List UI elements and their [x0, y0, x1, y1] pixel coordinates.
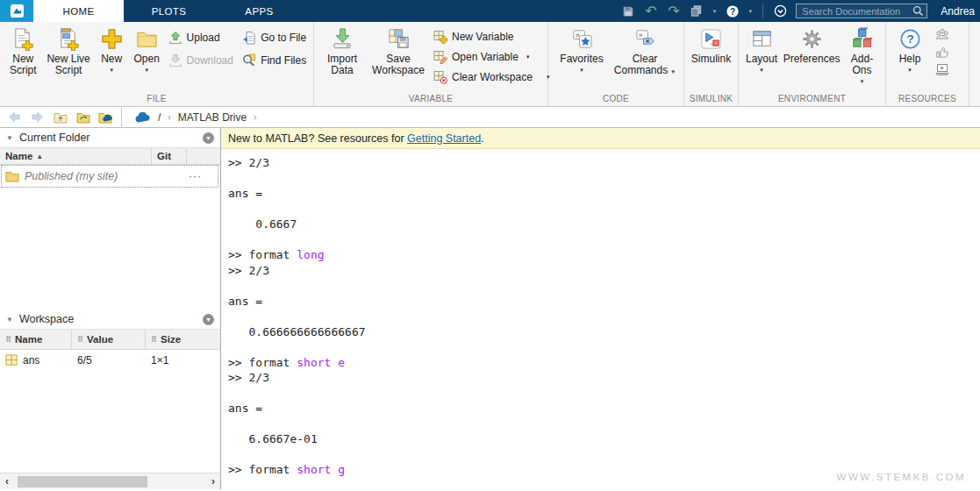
ribbon-section-code: » Favorites ▼ » Clear Commands▼ CODE — [548, 22, 684, 106]
download-button[interactable]: Download — [168, 53, 238, 68]
folder-row-published[interactable]: Published (my site) ··· — [2, 166, 218, 187]
workspace-panel: ▼ Workspace ▼ ⠿ Name ⠿ Value ⠿ Size — [0, 310, 220, 473]
scroll-right-icon[interactable]: › — [206, 475, 220, 487]
chevron-down-icon[interactable]: ▼ — [712, 9, 717, 14]
drag-handle-icon[interactable]: ⠿ — [5, 335, 11, 344]
save-icon[interactable] — [620, 4, 635, 18]
clear-workspace-icon — [433, 70, 447, 84]
favorites-button[interactable]: » Favorites ▼ — [553, 24, 611, 74]
community-icon[interactable] — [935, 27, 949, 41]
column-header-value[interactable]: ⠿ Value — [72, 330, 146, 349]
new-live-script-button[interactable]: New Live Script — [43, 24, 95, 76]
panel-menu-icon[interactable]: ▼ — [203, 132, 214, 144]
column-header-blank[interactable] — [187, 148, 220, 164]
current-folder-header: ▼ Current Folder ▼ — [0, 128, 220, 148]
forward-icon[interactable] — [30, 110, 45, 125]
save-workspace-button[interactable]: Save Workspace — [367, 24, 430, 76]
console-line — [228, 171, 973, 187]
scrollbar-track[interactable] — [14, 473, 206, 489]
drag-handle-icon[interactable]: ⠿ — [77, 335, 83, 344]
window-layers-icon[interactable] — [689, 4, 704, 18]
add-ons-button[interactable]: Add-Ons ▼ — [842, 24, 882, 85]
chevron-down-icon: ▼ — [579, 67, 584, 74]
help-circle-icon[interactable]: ? — [725, 4, 740, 18]
new-script-button[interactable]: New Script — [4, 24, 43, 76]
folder-refresh-icon[interactable] — [75, 110, 90, 125]
simulink-button[interactable]: Simulink — [688, 24, 734, 65]
thumbs-up-icon[interactable] — [935, 45, 949, 59]
breadcrumb-item-matlab-drive[interactable]: MATLAB Drive — [178, 111, 247, 124]
variable-icon — [5, 354, 18, 366]
collapse-icon[interactable]: ▼ — [6, 316, 13, 324]
scrollbar-thumb[interactable] — [18, 476, 147, 487]
user-account[interactable]: Andrea — [935, 5, 976, 18]
collapse-icon[interactable]: ▼ — [6, 134, 13, 142]
section-label-simulink: SIMULINK — [684, 93, 738, 106]
ribbon-section-file: New Script New Live Script New ▼ — [0, 22, 314, 106]
clear-workspace-button[interactable]: Clear Workspace ▼ — [433, 69, 542, 84]
chevron-right-icon: › — [168, 112, 170, 122]
workspace-header: ▼ Workspace ▼ — [0, 310, 220, 330]
console-output[interactable]: >> 2/3 ans = 0.6667 >> format long>> 2/3… — [221, 149, 980, 484]
ribbon-section-resources: ? Help ▼ RESOURCES — [886, 22, 969, 106]
clear-commands-button[interactable]: » Clear Commands▼ — [611, 24, 679, 78]
scroll-left-icon[interactable]: ‹ — [0, 475, 14, 487]
open-variable-button[interactable]: Open Variable ▼ — [433, 49, 542, 64]
breadcrumb-root[interactable]: / — [158, 111, 161, 124]
new-live-script-icon — [57, 26, 81, 52]
row-menu-icon[interactable]: ··· — [189, 170, 214, 182]
new-button[interactable]: New ▼ — [95, 24, 129, 74]
folder-up-icon[interactable] — [53, 110, 68, 125]
drag-handle-icon[interactable]: ⠿ — [151, 335, 157, 344]
tab-plots[interactable]: PLOTS — [124, 0, 214, 22]
folder-cloud-icon[interactable] — [98, 110, 113, 125]
workspace-body[interactable]: ans 6/5 1×1 — [0, 350, 220, 473]
learn-matlab-icon[interactable] — [935, 62, 949, 76]
column-header-name[interactable]: Name ▲ — [0, 148, 152, 164]
open-button[interactable]: Open ▼ — [129, 24, 165, 74]
clear-commands-icon: » — [633, 26, 657, 52]
find-files-button[interactable]: Find Files — [242, 53, 308, 68]
svg-text:?: ? — [906, 32, 913, 46]
tab-apps[interactable]: APPS — [214, 0, 304, 22]
help-button[interactable]: ? Help ▼ — [890, 24, 930, 74]
column-header-name[interactable]: ⠿ Name — [0, 330, 72, 349]
column-header-git[interactable]: Git — [152, 148, 187, 164]
section-label-code: CODE — [548, 93, 683, 106]
undo-icon[interactable]: ↶ — [643, 4, 658, 18]
new-script-icon — [11, 26, 35, 52]
getting-started-link[interactable]: Getting Started — [407, 132, 481, 145]
console-line — [228, 232, 973, 248]
save-workspace-icon — [387, 26, 411, 52]
back-icon[interactable] — [7, 110, 22, 125]
main-area: ▼ Current Folder ▼ Name ▲ Git — [0, 128, 980, 489]
panel-menu-icon[interactable]: ▼ — [203, 314, 214, 325]
section-label-environment: ENVIRONMENT — [739, 93, 885, 106]
matlab-logo[interactable] — [0, 0, 33, 22]
search-documentation-box — [796, 4, 927, 18]
chevron-down-icon[interactable]: ▼ — [748, 9, 753, 14]
workspace-row-ans[interactable]: ans 6/5 1×1 — [0, 350, 220, 371]
notification-bar: New to MATLAB? See resources for Getting… — [221, 128, 980, 149]
sort-asc-icon: ▲ — [36, 153, 43, 160]
console-line: >> 2/3 — [228, 155, 973, 171]
ribbon-section-simulink: Simulink SIMULINK — [684, 22, 739, 106]
redo-icon[interactable]: ↷ — [666, 4, 681, 18]
upload-button[interactable]: Upload — [168, 30, 238, 45]
favorites-icon: » — [570, 26, 594, 52]
layout-button[interactable]: Layout ▼ — [742, 24, 781, 74]
import-data-button[interactable]: Import Data — [318, 24, 367, 76]
toolbar-collapse-icon[interactable] — [773, 4, 788, 18]
new-variable-button[interactable]: New Variable — [433, 29, 542, 44]
console-line: >> format long — [228, 247, 973, 263]
search-icon[interactable] — [912, 5, 924, 17]
current-folder-body[interactable]: Published (my site) ··· — [0, 165, 220, 310]
matlab-drive-cloud-icon[interactable] — [134, 111, 151, 124]
tab-home[interactable]: HOME — [33, 0, 124, 22]
go-to-file-button[interactable]: Go to File — [242, 30, 308, 45]
add-ons-icon — [850, 26, 874, 52]
preferences-button[interactable]: Preferences — [781, 24, 842, 65]
command-window[interactable]: New to MATLAB? See resources for Getting… — [221, 128, 980, 489]
search-documentation-input[interactable] — [802, 6, 912, 17]
column-header-size[interactable]: ⠿ Size — [146, 330, 220, 349]
